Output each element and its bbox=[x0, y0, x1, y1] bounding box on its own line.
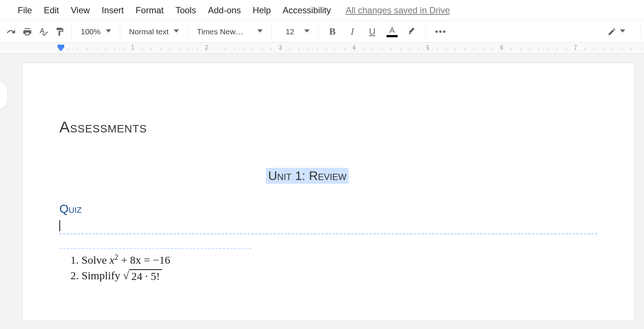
more-tools-button[interactable]: ••• bbox=[430, 24, 452, 40]
caret-down-icon bbox=[304, 28, 309, 35]
ruler-tick bbox=[373, 48, 373, 50]
ruler-label: 6 bbox=[500, 44, 503, 51]
ruler-tick bbox=[188, 48, 188, 50]
font-family-value: Times New… bbox=[197, 27, 252, 36]
ruler-tick bbox=[465, 48, 465, 50]
ruler-tick bbox=[234, 48, 235, 50]
ruler-tick bbox=[631, 48, 631, 50]
question-1[interactable]: Solve x2 + 8x = −16 bbox=[82, 253, 597, 266]
print-button[interactable] bbox=[19, 24, 35, 40]
ruler-tick bbox=[474, 48, 474, 50]
heading-assessments[interactable]: Assessments bbox=[59, 118, 597, 136]
question-2[interactable]: Simplify √24 · 5! bbox=[82, 269, 597, 283]
ruler-tick bbox=[253, 48, 253, 50]
ruler-tick bbox=[529, 48, 530, 50]
underline-button[interactable]: U bbox=[362, 24, 382, 40]
ruler-tick bbox=[446, 48, 447, 50]
ruler-tick bbox=[290, 48, 290, 50]
redo-icon bbox=[6, 27, 16, 37]
ruler-tick bbox=[539, 48, 539, 50]
text-caret-line[interactable] bbox=[59, 219, 597, 231]
ruler-tick bbox=[391, 48, 391, 50]
redo-button[interactable] bbox=[3, 24, 19, 40]
text-color-icon: A bbox=[387, 26, 398, 37]
ruler-tick bbox=[243, 48, 244, 50]
page[interactable]: Assessments Unit 1: Review Quiz Solve x2… bbox=[22, 63, 634, 321]
ruler-tick bbox=[160, 48, 161, 50]
ruler-tick bbox=[151, 48, 152, 50]
ruler-label: 4 bbox=[353, 44, 356, 51]
paragraph-style-value: Normal text bbox=[129, 27, 169, 36]
menu-insert[interactable]: Insert bbox=[96, 5, 130, 15]
ruler-tick bbox=[105, 48, 105, 50]
ruler-tick bbox=[566, 48, 567, 50]
ruler-tick bbox=[197, 48, 198, 50]
ruler-tick bbox=[345, 48, 345, 50]
separator bbox=[426, 25, 426, 38]
ruler-label: 7 bbox=[574, 44, 577, 51]
underline-icon: U bbox=[369, 27, 375, 37]
ruler-label: 5 bbox=[426, 44, 430, 51]
print-icon bbox=[22, 27, 32, 37]
zoom-combo[interactable]: 100% bbox=[76, 24, 116, 40]
menu-bar: File Edit View Insert Format Tools Add-o… bbox=[0, 0, 644, 21]
heading-unit-review[interactable]: Unit 1: Review bbox=[266, 168, 349, 184]
q1-math: x2 + 8x = −16 bbox=[110, 254, 170, 266]
save-status[interactable]: All changes saved in Drive bbox=[346, 5, 450, 15]
ruler[interactable]: 1234567 bbox=[0, 43, 644, 54]
menu-edit[interactable]: Edit bbox=[38, 5, 65, 15]
menu-format[interactable]: Format bbox=[130, 5, 170, 15]
ruler-tick bbox=[640, 48, 640, 50]
indent-marker[interactable] bbox=[57, 45, 65, 51]
spellcheck-button[interactable] bbox=[35, 24, 52, 40]
more-icon: ••• bbox=[435, 27, 446, 37]
ruler-tick bbox=[336, 48, 336, 50]
ruler-tick bbox=[299, 48, 299, 50]
editing-mode-combo[interactable] bbox=[607, 27, 625, 36]
spellcheck-icon bbox=[39, 27, 48, 37]
ruler-tick bbox=[456, 48, 456, 50]
menu-accessibility[interactable]: Accessibility bbox=[277, 5, 337, 15]
highlight-color-button[interactable] bbox=[402, 24, 422, 40]
ruler-tick bbox=[77, 48, 78, 50]
ruler-tick bbox=[382, 48, 382, 50]
ruler-tick bbox=[179, 48, 179, 50]
menu-addons[interactable]: Add-ons bbox=[202, 5, 247, 15]
text-color-button[interactable]: A bbox=[382, 24, 402, 40]
paint-format-button[interactable] bbox=[52, 24, 68, 40]
section-divider bbox=[59, 233, 597, 234]
caret-down-icon bbox=[620, 28, 625, 35]
menu-file[interactable]: File bbox=[12, 5, 38, 15]
zoom-value: 100% bbox=[81, 27, 101, 36]
ruler-tick bbox=[419, 48, 419, 50]
q2-text: Simplify bbox=[82, 269, 123, 281]
menu-help[interactable]: Help bbox=[247, 5, 277, 15]
ruler-tick bbox=[612, 48, 613, 50]
ruler-tick bbox=[271, 48, 271, 50]
menu-tools[interactable]: Tools bbox=[170, 5, 202, 15]
caret-down-icon bbox=[106, 28, 111, 35]
font-size-value: 12 bbox=[281, 27, 299, 36]
menu-view[interactable]: View bbox=[65, 5, 96, 15]
paragraph-style-combo[interactable]: Normal text bbox=[124, 24, 184, 40]
bold-icon: B bbox=[329, 26, 335, 37]
ruler-tick bbox=[603, 48, 603, 50]
ruler-label: 2 bbox=[205, 44, 208, 51]
toolbar: 100% Normal text Times New… 12 B I U A •… bbox=[0, 21, 644, 43]
separator bbox=[640, 25, 640, 38]
ruler-tick bbox=[594, 48, 594, 50]
text-style-group: B I U A bbox=[322, 24, 422, 40]
bold-button[interactable]: B bbox=[322, 24, 342, 40]
ruler-tick bbox=[511, 48, 511, 50]
question-list[interactable]: Solve x2 + 8x = −16 Simplify √24 · 5! bbox=[59, 253, 597, 283]
italic-button[interactable]: I bbox=[342, 24, 362, 40]
font-size-combo[interactable]: 12 bbox=[276, 24, 315, 40]
paint-format-icon bbox=[55, 27, 65, 37]
outline-toggle[interactable] bbox=[0, 80, 7, 110]
highlighter-icon bbox=[407, 27, 417, 37]
font-family-combo[interactable]: Times New… bbox=[192, 24, 268, 40]
heading-quiz[interactable]: Quiz bbox=[59, 202, 597, 216]
separator bbox=[120, 25, 120, 38]
page-content[interactable]: Assessments Unit 1: Review Quiz Solve x2… bbox=[22, 63, 634, 300]
text-caret bbox=[59, 220, 60, 231]
